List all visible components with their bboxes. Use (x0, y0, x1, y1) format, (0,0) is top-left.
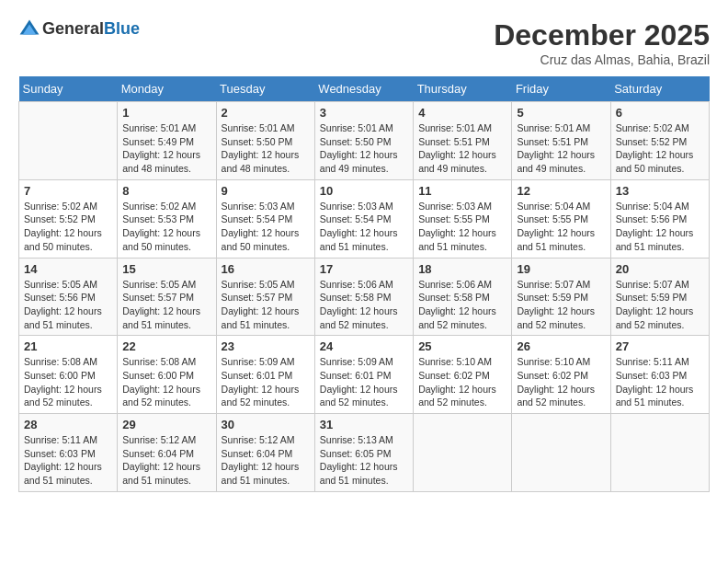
day-number: 2 (222, 106, 310, 120)
day-info: Sunrise: 5:05 AM Sunset: 5:56 PM Dayligh… (24, 278, 112, 332)
day-info: Sunrise: 5:04 AM Sunset: 5:55 PM Dayligh… (517, 200, 605, 254)
subtitle: Cruz das Almas, Bahia, Brazil (494, 52, 710, 67)
calendar-cell: 3Sunrise: 5:01 AM Sunset: 5:50 PM Daylig… (314, 102, 413, 180)
calendar-week-2: 7Sunrise: 5:02 AM Sunset: 5:52 PM Daylig… (19, 179, 710, 258)
day-number: 30 (222, 418, 310, 431)
day-info: Sunrise: 5:08 AM Sunset: 6:00 PM Dayligh… (122, 355, 210, 409)
day-number: 17 (320, 262, 408, 276)
calendar-cell: 16Sunrise: 5:05 AM Sunset: 5:57 PM Dayli… (216, 258, 314, 336)
day-number: 1 (122, 106, 210, 120)
day-info: Sunrise: 5:06 AM Sunset: 5:58 PM Dayligh… (418, 278, 506, 332)
day-info: Sunrise: 5:03 AM Sunset: 5:54 PM Dayligh… (320, 200, 408, 254)
day-number: 6 (616, 106, 704, 120)
calendar-body: 1Sunrise: 5:01 AM Sunset: 5:49 PM Daylig… (19, 102, 710, 492)
day-number: 20 (616, 262, 704, 276)
day-number: 18 (418, 262, 506, 276)
day-info: Sunrise: 5:11 AM Sunset: 6:03 PM Dayligh… (616, 355, 704, 409)
calendar-cell: 9Sunrise: 5:03 AM Sunset: 5:54 PM Daylig… (216, 179, 314, 258)
header-cell-wednesday: Wednesday (314, 76, 413, 102)
day-number: 15 (122, 262, 210, 276)
day-number: 31 (320, 418, 408, 431)
logo-icon (18, 18, 40, 40)
day-info: Sunrise: 5:12 AM Sunset: 6:04 PM Dayligh… (222, 433, 310, 488)
calendar-cell: 13Sunrise: 5:04 AM Sunset: 5:56 PM Dayli… (610, 179, 709, 258)
calendar-cell: 27Sunrise: 5:11 AM Sunset: 6:03 PM Dayli… (610, 336, 709, 414)
calendar-cell: 26Sunrise: 5:10 AM Sunset: 6:02 PM Dayli… (512, 336, 610, 414)
day-info: Sunrise: 5:01 AM Sunset: 5:49 PM Dayligh… (122, 121, 210, 176)
day-info: Sunrise: 5:01 AM Sunset: 5:50 PM Dayligh… (320, 121, 408, 176)
day-info: Sunrise: 5:02 AM Sunset: 5:52 PM Dayligh… (616, 121, 704, 176)
day-info: Sunrise: 5:02 AM Sunset: 5:53 PM Dayligh… (122, 200, 210, 254)
day-number: 22 (122, 339, 210, 353)
calendar-week-1: 1Sunrise: 5:01 AM Sunset: 5:49 PM Daylig… (19, 102, 710, 180)
day-info: Sunrise: 5:01 AM Sunset: 5:50 PM Dayligh… (222, 121, 310, 176)
day-number: 4 (418, 106, 506, 120)
header-cell-sunday: Sunday (19, 76, 118, 102)
day-info: Sunrise: 5:09 AM Sunset: 6:01 PM Dayligh… (222, 355, 310, 409)
calendar-cell: 6Sunrise: 5:02 AM Sunset: 5:52 PM Daylig… (610, 102, 709, 180)
calendar-cell: 31Sunrise: 5:13 AM Sunset: 6:05 PM Dayli… (314, 414, 413, 492)
day-info: Sunrise: 5:10 AM Sunset: 6:02 PM Dayligh… (418, 355, 506, 409)
header-row: SundayMondayTuesdayWednesdayThursdayFrid… (19, 76, 710, 102)
calendar-cell: 12Sunrise: 5:04 AM Sunset: 5:55 PM Dayli… (512, 179, 610, 258)
logo: GeneralBlue (18, 18, 140, 40)
calendar-header: SundayMondayTuesdayWednesdayThursdayFrid… (19, 76, 710, 102)
calendar-cell: 21Sunrise: 5:08 AM Sunset: 6:00 PM Dayli… (19, 336, 118, 414)
logo-general: General (42, 19, 104, 38)
header-cell-friday: Friday (512, 76, 610, 102)
calendar-cell: 11Sunrise: 5:03 AM Sunset: 5:55 PM Dayli… (414, 179, 512, 258)
header-cell-thursday: Thursday (414, 76, 512, 102)
day-number: 28 (24, 418, 112, 431)
day-number: 9 (222, 184, 310, 198)
page-header: GeneralBlue December 2025 Cruz das Almas… (18, 18, 710, 67)
month-title: December 2025 (494, 18, 710, 52)
calendar-cell (414, 414, 512, 492)
title-section: December 2025 Cruz das Almas, Bahia, Bra… (494, 18, 710, 67)
calendar-week-5: 28Sunrise: 5:11 AM Sunset: 6:03 PM Dayli… (19, 414, 710, 492)
header-cell-monday: Monday (118, 76, 216, 102)
day-info: Sunrise: 5:07 AM Sunset: 5:59 PM Dayligh… (517, 278, 605, 332)
calendar-cell (512, 414, 610, 492)
day-info: Sunrise: 5:09 AM Sunset: 6:01 PM Dayligh… (320, 355, 408, 409)
calendar-cell: 25Sunrise: 5:10 AM Sunset: 6:02 PM Dayli… (414, 336, 512, 414)
day-number: 29 (122, 418, 210, 431)
calendar-week-4: 21Sunrise: 5:08 AM Sunset: 6:00 PM Dayli… (19, 336, 710, 414)
calendar-cell: 1Sunrise: 5:01 AM Sunset: 5:49 PM Daylig… (118, 102, 216, 180)
logo-text: GeneralBlue (42, 19, 140, 40)
calendar-cell: 23Sunrise: 5:09 AM Sunset: 6:01 PM Dayli… (216, 336, 314, 414)
calendar-week-3: 14Sunrise: 5:05 AM Sunset: 5:56 PM Dayli… (19, 258, 710, 336)
day-info: Sunrise: 5:10 AM Sunset: 6:02 PM Dayligh… (517, 355, 605, 409)
logo-blue: Blue (104, 19, 140, 38)
calendar-cell: 8Sunrise: 5:02 AM Sunset: 5:53 PM Daylig… (118, 179, 216, 258)
day-info: Sunrise: 5:01 AM Sunset: 5:51 PM Dayligh… (418, 121, 506, 176)
day-number: 27 (616, 339, 704, 353)
calendar-cell (610, 414, 709, 492)
day-info: Sunrise: 5:02 AM Sunset: 5:52 PM Dayligh… (24, 200, 112, 254)
day-info: Sunrise: 5:11 AM Sunset: 6:03 PM Dayligh… (24, 433, 112, 488)
calendar-cell: 10Sunrise: 5:03 AM Sunset: 5:54 PM Dayli… (314, 179, 413, 258)
day-number: 26 (517, 339, 605, 353)
day-number: 11 (418, 184, 506, 198)
day-number: 25 (418, 339, 506, 353)
day-number: 3 (320, 106, 408, 120)
day-number: 7 (24, 184, 112, 198)
calendar-cell (19, 102, 118, 180)
calendar-cell: 28Sunrise: 5:11 AM Sunset: 6:03 PM Dayli… (19, 414, 118, 492)
header-cell-tuesday: Tuesday (216, 76, 314, 102)
day-info: Sunrise: 5:05 AM Sunset: 5:57 PM Dayligh… (222, 278, 310, 332)
day-info: Sunrise: 5:05 AM Sunset: 5:57 PM Dayligh… (122, 278, 210, 332)
day-info: Sunrise: 5:08 AM Sunset: 6:00 PM Dayligh… (24, 355, 112, 409)
calendar-cell: 18Sunrise: 5:06 AM Sunset: 5:58 PM Dayli… (414, 258, 512, 336)
day-number: 10 (320, 184, 408, 198)
day-number: 14 (24, 262, 112, 276)
day-info: Sunrise: 5:03 AM Sunset: 5:55 PM Dayligh… (418, 200, 506, 254)
day-info: Sunrise: 5:03 AM Sunset: 5:54 PM Dayligh… (222, 200, 310, 254)
header-cell-saturday: Saturday (610, 76, 709, 102)
day-info: Sunrise: 5:01 AM Sunset: 5:51 PM Dayligh… (517, 121, 605, 176)
calendar-cell: 17Sunrise: 5:06 AM Sunset: 5:58 PM Dayli… (314, 258, 413, 336)
calendar-cell: 19Sunrise: 5:07 AM Sunset: 5:59 PM Dayli… (512, 258, 610, 336)
calendar-cell: 5Sunrise: 5:01 AM Sunset: 5:51 PM Daylig… (512, 102, 610, 180)
calendar-cell: 29Sunrise: 5:12 AM Sunset: 6:04 PM Dayli… (118, 414, 216, 492)
calendar-cell: 22Sunrise: 5:08 AM Sunset: 6:00 PM Dayli… (118, 336, 216, 414)
day-number: 24 (320, 339, 408, 353)
